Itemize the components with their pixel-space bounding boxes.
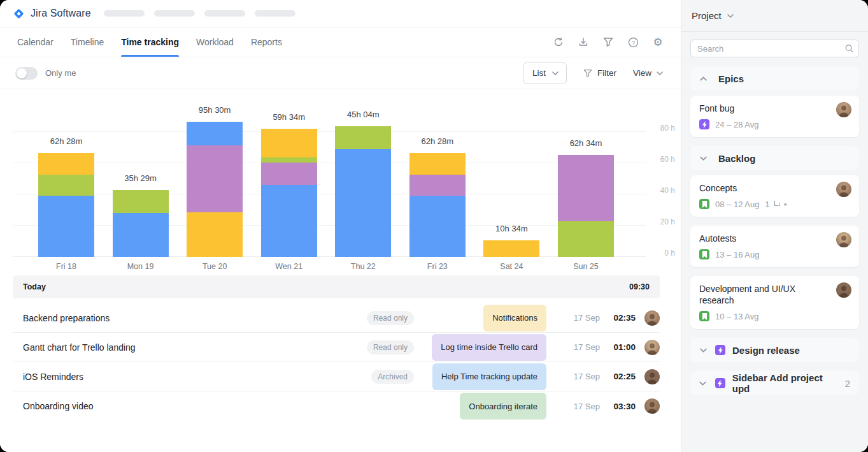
x-axis-day-label: Wen 21 (275, 262, 302, 271)
task-row[interactable]: Onboarding videoOnboarding iterate17 Sep… (13, 391, 660, 421)
sidebar-card[interactable]: Concepts08 – 12 Aug1▸ (690, 175, 859, 217)
filter-icon[interactable] (601, 34, 616, 50)
sidebar-section-sidebar-add-project-upd[interactable]: Sidebar Add project upd2 (690, 371, 859, 395)
chart-bar-stack (558, 155, 614, 257)
project-dropdown[interactable]: Project (692, 10, 734, 21)
sidebar-header: Project (681, 0, 868, 32)
sidebar-card[interactable]: Autotests13 – 16 Aug (690, 226, 859, 267)
sidebar-card-title: Autotests (699, 233, 850, 244)
expand-arrow-icon[interactable]: ▸ (785, 201, 788, 207)
chart-bar-column[interactable]: 62h 34mSun 25 (558, 101, 614, 257)
app-title: Jira Software (31, 8, 91, 19)
chart-bar-column[interactable]: 62h 28mFri 18 (38, 101, 94, 257)
chevron-down-icon (699, 381, 707, 386)
chart-bar-column[interactable]: 59h 34mWen 21 (261, 101, 317, 257)
tab-reports[interactable]: Reports (251, 27, 282, 57)
chart-bar-segment-green (38, 175, 94, 196)
chart-bar-segment-green (335, 126, 391, 149)
toolbar-right: List Filter View (523, 62, 663, 84)
x-axis-day-label: Sun 25 (573, 262, 599, 271)
sidebar-card-meta: 24 – 28 Avg (699, 119, 850, 129)
sidebar-section-label: Backlog (718, 153, 755, 164)
task-name: iOS Reminders (23, 372, 371, 382)
avatar (644, 310, 660, 326)
task-tag-column: Help Time tracking update (428, 363, 546, 390)
sidebar-section-count: 2 (845, 378, 850, 389)
sidebar-card-title: Font bug (699, 103, 850, 114)
filter-button[interactable]: Filter (583, 68, 616, 78)
only-me-toggle[interactable] (15, 67, 38, 80)
header-placeholder-pill (255, 10, 295, 17)
today-summary-row[interactable]: Today 09:30 (13, 275, 660, 298)
refresh-icon[interactable] (551, 34, 566, 50)
sidebar-card[interactable]: Development and UI/UX research10 – 13 Av… (690, 276, 859, 329)
branch-icon (773, 200, 781, 208)
svg-text:?: ? (631, 40, 634, 46)
view-dropdown[interactable]: View (633, 68, 663, 78)
chevron-down-icon (699, 348, 707, 353)
sidebar-section-backlog[interactable]: Backlog (690, 146, 859, 170)
tab-calendar[interactable]: Calendar (17, 27, 53, 57)
chart-bar-segment-green (558, 221, 614, 257)
status-badge: Archived (371, 370, 414, 384)
bolt-icon (699, 119, 709, 129)
task-logged-time: 02:25 (609, 372, 636, 381)
chart-bar-column[interactable]: 62h 28mFri 23 (409, 101, 466, 257)
chart-bar-column[interactable]: 45h 04mThu 22 (335, 101, 391, 257)
tab-time-tracking[interactable]: Time tracking (121, 27, 179, 57)
tab-workload[interactable]: Workload (196, 27, 234, 57)
task-row[interactable]: iOS RemindersArchivedHelp Time tracking … (13, 362, 660, 391)
chart-bar-segment-purple (558, 155, 614, 221)
only-me-label: Only me (45, 68, 76, 78)
chart-bar-column[interactable]: 35h 29mMon 19 (113, 101, 169, 257)
avatar (644, 369, 660, 384)
bookmark-icon (699, 311, 709, 321)
tab-timeline[interactable]: Timeline (71, 27, 104, 57)
task-tag[interactable]: Notifications (483, 305, 546, 332)
search-input[interactable] (690, 40, 859, 57)
chart-bar-stack (187, 122, 243, 257)
avatar (644, 398, 660, 414)
bar-total-label: 10h 34m (495, 224, 528, 233)
y-axis-tick-label: 80 h (646, 124, 675, 133)
download-icon[interactable] (576, 34, 591, 50)
task-row[interactable]: Gantt chart for Trello landingRead onlyL… (13, 333, 660, 362)
list-dropdown[interactable]: List (523, 62, 567, 84)
sidebar-card-meta: 13 – 16 Aug (699, 249, 850, 259)
chart-bar-segment-purple (187, 145, 243, 212)
chart-bar-stack (335, 126, 391, 257)
chevron-up-icon (699, 77, 707, 81)
help-icon[interactable]: ? (625, 34, 641, 50)
task-logged-time: 01:00 (609, 342, 636, 352)
header-placeholder-group (104, 10, 295, 17)
sidebar-card-meta: 08 – 12 Aug1▸ (699, 199, 850, 209)
task-tag-column: Notifications (428, 305, 546, 332)
task-name: Gantt chart for Trello landing (23, 342, 367, 353)
task-tag[interactable]: Help Time tracking update (432, 363, 546, 390)
chart-bar-segment-green (261, 157, 317, 162)
task-tag[interactable]: Onboarding iterate (460, 393, 546, 419)
y-axis-tick-label: 20 h (646, 217, 675, 226)
y-axis-tick-label: 0 h (646, 249, 675, 258)
x-axis-day-label: Fri 18 (56, 262, 76, 271)
chart-bar-column[interactable]: 10h 34mSat 24 (483, 101, 539, 257)
task-row[interactable]: Backend preparationsRead onlyNotificatio… (13, 303, 660, 333)
chart-bar-column[interactable]: 95h 30mTue 20 (187, 101, 243, 257)
avatar (836, 282, 851, 298)
project-dropdown-label: Project (692, 10, 722, 21)
tab-bar: CalendarTimelineTime trackingWorkloadRep… (0, 27, 681, 57)
task-list: Backend preparationsRead onlyNotificatio… (13, 303, 660, 421)
task-tag[interactable]: Log time inside Trello card (432, 334, 546, 361)
avatar (836, 232, 851, 247)
sidebar-section-design-release[interactable]: Design release (690, 338, 859, 362)
sidebar-sections: EpicsFont bug24 – 28 AvgBacklogConcepts0… (690, 66, 859, 404)
search-icon (844, 44, 854, 54)
sidebar-card[interactable]: Font bug24 – 28 Avg (690, 96, 859, 137)
chart-bar-segment-blue (261, 185, 317, 257)
chart-bar-stack (38, 153, 94, 257)
view-toolbar: Only me List Filter View (0, 57, 681, 89)
avatar (836, 102, 851, 117)
settings-icon[interactable]: ⚙ (650, 34, 665, 50)
app-window: Jira Software CalendarTimelineTime track… (0, 0, 868, 452)
sidebar-section-epics[interactable]: Epics (690, 66, 859, 91)
